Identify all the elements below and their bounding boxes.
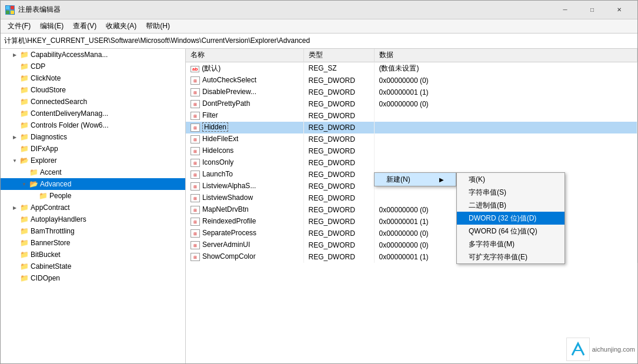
reg-row-type: REG_DWORD <box>303 75 374 86</box>
reg-row-name: Hidden <box>202 122 228 132</box>
expand-icon-bitbucket <box>10 249 19 261</box>
table-row[interactable]: ⊞DontPrettyPathREG_DWORD0x00000000 (0) <box>186 98 637 110</box>
menu-view[interactable]: 查看(V) <box>68 20 101 32</box>
reg-row-name: ShowCompColor <box>202 252 256 261</box>
close-button[interactable]: ✕ <box>606 1 633 19</box>
tree-label-cloudstore: CloudStore <box>31 86 66 94</box>
tree-label-bitbucket: BitBucket <box>31 251 61 259</box>
tree-item-autoplayhandlers[interactable]: 📁 AutoplayHandlers <box>1 213 185 225</box>
reg-row-name: HideIcons <box>202 146 233 155</box>
tree-label-cdp: CDP <box>31 62 45 71</box>
tree-item-capabilityaccess[interactable]: ▶ 📁 CapabilityAccessMana... <box>1 49 185 61</box>
folder-icon-cdp: 📁 <box>19 62 29 71</box>
menu-file[interactable]: 文件(F) <box>3 20 35 32</box>
reg-row-data: 0x00000001 (1) <box>374 216 637 228</box>
table-row[interactable]: ⊞IconsOnlyREG_DWORD <box>186 157 637 169</box>
tree-item-contentdelivery[interactable]: 📁 ContentDeliveryManag... <box>1 108 185 119</box>
reg-row-data: 0x00000000 (0) <box>374 239 637 251</box>
tree-panel[interactable]: ▶ 📁 CapabilityAccessMana... 📁 CDP 📁 Clic… <box>1 49 186 363</box>
reg-row-data: 0x00000001 (1) <box>374 86 637 98</box>
reg-row-name: ListviewShadow <box>202 193 253 202</box>
reg-row-type: REG_DWORD <box>303 98 374 110</box>
tree-item-advanced[interactable]: ▼ 📂 Advanced <box>1 178 185 190</box>
context-menu[interactable]: 新建(N) ▶ <box>374 172 456 186</box>
reg-row-name: LaunchTo <box>202 170 233 178</box>
folder-icon-bitbucket: 📁 <box>19 250 29 259</box>
folder-icon-bamthrottling: 📁 <box>19 226 29 236</box>
expand-icon-cabinetstate <box>10 261 19 272</box>
tree-item-diagnostics[interactable]: ▶ 📁 Diagnostics <box>1 131 185 143</box>
watermark: aichunjing.com <box>566 338 635 361</box>
folder-icon-capabilityaccess: 📁 <box>19 50 29 59</box>
menu-help[interactable]: 帮助(H) <box>141 20 175 32</box>
table-row[interactable]: ⊞ShowCompColorREG_DWORD0x00000001 (1) <box>186 251 637 263</box>
reg-row-icon: ⊞ <box>191 99 202 108</box>
expand-icon-accent <box>19 166 29 178</box>
reg-row-name: DontPrettyPath <box>202 99 250 108</box>
tree-item-cloudstore[interactable]: 📁 CloudStore <box>1 84 185 96</box>
table-row[interactable]: ⊞MapNetDrvBtnREG_DWORD0x00000000 (0) <box>186 204 637 216</box>
reg-row-data: (数值未设置) <box>374 62 637 75</box>
reg-row-icon: ⊞ <box>191 193 202 202</box>
table-row[interactable]: ⊞SeparateProcessREG_DWORD0x00000000 (0) <box>186 228 637 239</box>
table-row[interactable]: ab(默认)REG_SZ(数值未设置) <box>186 62 637 75</box>
reg-row-type: REG_SZ <box>303 62 374 75</box>
table-row[interactable]: ⊞AutoCheckSelectREG_DWORD0x00000000 (0) <box>186 75 637 86</box>
tree-item-people[interactable]: 📁 People <box>1 190 185 202</box>
tree-item-cidopen[interactable]: 📁 CIDOpen <box>1 272 185 284</box>
folder-icon-diagnostics: 📁 <box>19 132 29 142</box>
reg-row-icon: ⊞ <box>191 158 202 166</box>
registry-panel[interactable]: 名称 类型 数据 ab(默认)REG_SZ(数值未设置)⊞AutoCheckSe… <box>186 49 637 363</box>
tree-item-bamthrottling[interactable]: 📁 BamThrottling <box>1 225 185 237</box>
tree-item-bitbucket[interactable]: 📁 BitBucket <box>1 249 185 261</box>
table-row[interactable]: ⊞ServerAdminUIREG_DWORD0x00000000 (0) <box>186 239 637 251</box>
reg-row-icon: ⊞ <box>191 229 202 237</box>
tree-item-accent[interactable]: 📁 Accent <box>1 166 185 178</box>
table-row[interactable]: ⊞ReindexedProfileREG_DWORD0x00000001 (1) <box>186 216 637 228</box>
reg-row-name: AutoCheckSelect <box>202 76 256 84</box>
tree-item-clicknote[interactable]: 📁 ClickNote <box>1 72 185 84</box>
menu-favorites[interactable]: 收藏夹(A) <box>101 20 141 32</box>
tree-item-cdp[interactable]: 📁 CDP <box>1 61 185 72</box>
table-row[interactable]: ⊞DisablePreview...REG_DWORD0x00000001 (1… <box>186 86 637 98</box>
tree-label-people: People <box>49 192 71 200</box>
tree-label-explorer: Explorer <box>31 156 57 165</box>
tree-item-bannerstore[interactable]: 📁 BannerStore <box>1 237 185 249</box>
tree-item-explorer[interactable]: ▼ 📂 Explorer <box>1 155 185 166</box>
table-row[interactable]: ⊞HiddenREG_DWORD <box>186 122 637 133</box>
reg-row-name: MapNetDrvBtn <box>202 205 249 213</box>
reg-row-data <box>374 110 637 122</box>
reg-row-icon: ⊞ <box>191 252 202 261</box>
tree-label-cidopen: CIDOpen <box>31 274 60 282</box>
minimize-button[interactable]: ─ <box>552 1 579 19</box>
table-row[interactable]: ⊞FilterREG_DWORD <box>186 110 637 122</box>
tree-label-diagnostics: Diagnostics <box>31 133 67 141</box>
watermark-text: aichunjing.com <box>592 346 635 353</box>
reg-row-icon: ⊞ <box>191 135 202 143</box>
folder-icon-autoplayhandlers: 📁 <box>19 215 29 224</box>
reg-row-data <box>374 192 637 204</box>
address-path: 计算机\HKEY_CURRENT_USER\Software\Microsoft… <box>4 36 310 46</box>
reg-row-type: REG_DWORD <box>303 110 374 122</box>
reg-row-type: REG_DWORD <box>303 216 374 228</box>
expand-icon-cloudstore <box>10 84 19 96</box>
reg-row-data: 0x00000000 (0) <box>374 204 637 216</box>
expand-icon-diagnostics: ▶ <box>10 131 19 143</box>
tree-item-cabinetstate[interactable]: 📁 CabinetState <box>1 261 185 272</box>
expand-icon-advanced: ▼ <box>19 178 29 190</box>
menu-edit[interactable]: 编辑(E) <box>35 20 68 32</box>
window-controls: ─ □ ✕ <box>552 1 633 19</box>
maximize-button[interactable]: □ <box>579 1 606 19</box>
table-row[interactable]: ⊞HideFileExtREG_DWORD <box>186 133 637 145</box>
folder-icon-advanced: 📂 <box>29 179 38 189</box>
reg-row-name: ListviewAlphaS... <box>202 182 256 190</box>
tree-item-connectedsearch[interactable]: 📁 ConnectedSearch <box>1 96 185 108</box>
registry-table: 名称 类型 数据 ab(默认)REG_SZ(数值未设置)⊞AutoCheckSe… <box>186 49 637 263</box>
context-menu-new[interactable]: 新建(N) ▶ <box>375 173 456 186</box>
tree-item-controlsfolder[interactable]: 📁 Controls Folder (Wow6... <box>1 119 185 131</box>
tree-item-appcontract[interactable]: ▶ 📁 AppContract <box>1 202 185 213</box>
table-row[interactable]: ⊞ListviewShadowREG_DWORD <box>186 192 637 204</box>
tree-label-connectedsearch: ConnectedSearch <box>31 98 87 106</box>
tree-item-difxapp[interactable]: 📁 DIFxApp <box>1 143 185 155</box>
table-row[interactable]: ⊞HideIconsREG_DWORD <box>186 145 637 157</box>
